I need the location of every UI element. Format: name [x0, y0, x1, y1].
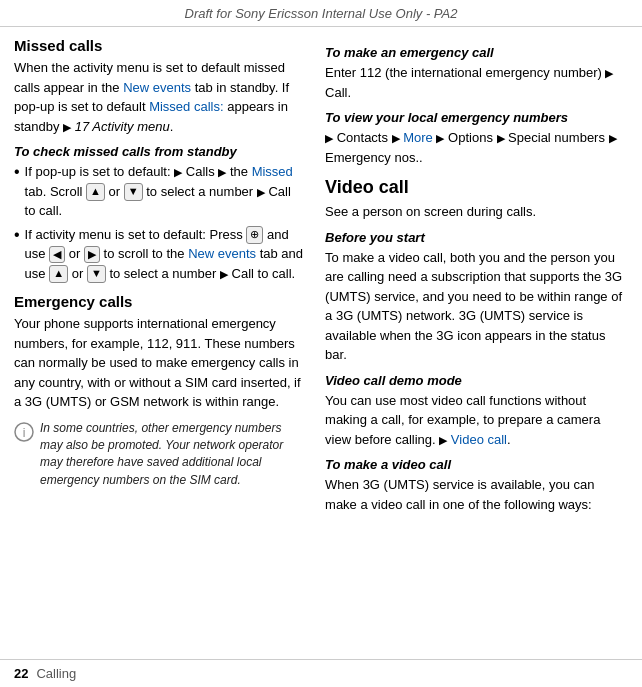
header-text: Draft for Sony Ericsson Internal Use Onl…: [185, 6, 458, 21]
emergency-calls-heading: Emergency calls: [14, 293, 303, 310]
bullet-item-1: • If pop-up is set to default: ▶ Calls ▶…: [14, 162, 303, 221]
header-bar: Draft for Sony Ericsson Internal Use Onl…: [0, 0, 642, 27]
scroll-down-btn-1: ▼: [124, 183, 143, 200]
scroll-up-btn-2: ▲: [49, 265, 68, 282]
make-video-call-body: When 3G (UMTS) service is available, you…: [325, 475, 628, 514]
scroll-up-btn-1: ▲: [86, 183, 105, 200]
bullet-2-text: If activity menu is set to default: Pres…: [25, 225, 303, 284]
bullet-1-text: If pop-up is set to default: ▶ Calls ▶ t…: [25, 162, 303, 221]
note-box: i In some countries, other emergency num…: [14, 420, 303, 490]
info-icon: i: [14, 422, 34, 442]
missed-calls-bullets: • If pop-up is set to default: ▶ Calls ▶…: [14, 162, 303, 283]
new-events-link: New events: [123, 80, 191, 95]
svg-text:i: i: [23, 426, 26, 440]
missed-calls-body: When the activity menu is set to default…: [14, 58, 303, 136]
note-text: In some countries, other emergency numbe…: [40, 420, 303, 490]
scroll-down-btn-2: ▼: [87, 265, 106, 282]
check-missed-subheading: To check missed calls from standby: [14, 144, 303, 159]
before-you-start-subheading: Before you start: [325, 230, 628, 245]
section-label: Calling: [36, 666, 76, 681]
left-btn: ◀: [49, 246, 65, 263]
video-call-link: Video call: [451, 432, 507, 447]
emergency-calls-body: Your phone supports international emerge…: [14, 314, 303, 412]
make-emergency-body: Enter 112 (the international emergency n…: [325, 63, 628, 102]
left-column: Missed calls When the activity menu is s…: [14, 37, 321, 518]
make-video-call-subheading: To make a video call: [325, 457, 628, 472]
right-btn: ▶: [84, 246, 100, 263]
missed-calls-link: Missed calls:: [149, 99, 223, 114]
video-call-heading: Video call: [325, 177, 628, 198]
footer: 22 Calling: [0, 659, 642, 687]
missed-calls-heading: Missed calls: [14, 37, 303, 54]
bullet-dot-2: •: [14, 223, 20, 247]
right-column: To make an emergency call Enter 112 (the…: [321, 37, 628, 518]
menu-btn: ⊕: [246, 226, 263, 243]
more-link: More: [403, 130, 433, 145]
before-you-start-body: To make a video call, both you and the p…: [325, 248, 628, 365]
demo-mode-subheading: Video call demo mode: [325, 373, 628, 388]
bullet-item-2: • If activity menu is set to default: Pr…: [14, 225, 303, 284]
make-emergency-subheading: To make an emergency call: [325, 45, 628, 60]
video-call-intro: See a person on screen during calls.: [325, 202, 628, 222]
page-number: 22: [14, 666, 28, 681]
view-local-emergency-body: ▶ Contacts ▶ More ▶ Options ▶ Special nu…: [325, 128, 628, 167]
bullet-dot-1: •: [14, 160, 20, 184]
demo-mode-body: You can use most video call functions wi…: [325, 391, 628, 450]
view-local-emergency-subheading: To view your local emergency numbers: [325, 110, 628, 125]
